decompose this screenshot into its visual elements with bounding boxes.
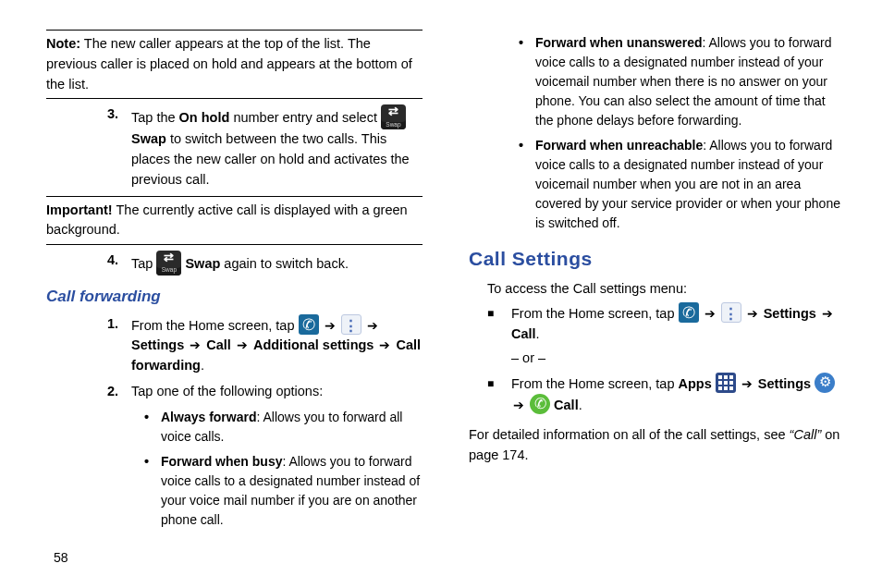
option-forward-unreachable: • Forward when unreachable: Allows you t… xyxy=(506,136,845,233)
bullet-icon: • xyxy=(519,136,535,233)
reference-paragraph: For detailed information on all of the c… xyxy=(469,425,845,466)
swap-icon xyxy=(156,251,181,276)
step-number: 1. xyxy=(91,314,131,376)
svg-rect-3 xyxy=(718,381,722,385)
arrow-icon: ➔ xyxy=(379,337,390,352)
arrow-icon: ➔ xyxy=(325,318,336,333)
arrow-icon: ➔ xyxy=(190,337,201,352)
step-number: 3. xyxy=(91,104,131,190)
svg-rect-8 xyxy=(729,386,733,390)
step-body: Tap one of the following options: • Alwa… xyxy=(131,382,423,535)
rule xyxy=(46,196,423,197)
note-block: Note: The new caller appears at the top … xyxy=(46,32,423,96)
phone-icon xyxy=(299,314,319,335)
square-bullet-icon: ■ xyxy=(487,302,511,345)
call-green-icon xyxy=(530,394,550,414)
arrow-icon: ➔ xyxy=(237,337,248,352)
option-forward-unanswered: • Forward when unanswered: Allows you to… xyxy=(506,33,845,130)
bullet-icon: • xyxy=(519,33,535,130)
note-label: Note: xyxy=(46,36,80,51)
phone-icon xyxy=(679,302,699,323)
arrow-icon: ➔ xyxy=(513,398,524,412)
rule xyxy=(46,30,423,31)
important-block: Important! The currently active call is … xyxy=(46,199,423,243)
svg-rect-6 xyxy=(718,386,722,390)
menu-dots-icon xyxy=(721,302,741,323)
left-column: Note: The new caller appears at the top … xyxy=(46,28,423,541)
bullet-icon: • xyxy=(144,452,161,530)
step-4: 4. Tap Swap again to switch back. xyxy=(46,251,423,276)
arrow-icon: ➔ xyxy=(704,306,716,321)
call-settings-heading: Call Settings xyxy=(469,244,845,274)
svg-rect-1 xyxy=(724,375,728,379)
page-number: 58 xyxy=(54,548,68,568)
step-number: 4. xyxy=(91,251,131,276)
step-body: From the Home screen, tap ➔ ➔ Settings ➔… xyxy=(131,314,423,376)
settings-gear-icon xyxy=(815,373,835,393)
step-3: 3. Tap the On hold number entry and sele… xyxy=(46,104,423,190)
arrow-icon: ➔ xyxy=(747,306,758,321)
step-number: 2. xyxy=(91,382,131,535)
rule xyxy=(46,244,423,245)
call-forwarding-heading: Call forwarding xyxy=(46,285,423,309)
cs-path-2: ■ From the Home screen, tap Apps ➔ Setti… xyxy=(487,373,845,417)
step-body: Tap the On hold number entry and select … xyxy=(131,104,423,190)
apps-icon xyxy=(716,373,736,393)
note-text: The new caller appears at the top of the… xyxy=(46,36,412,92)
important-label: Important! xyxy=(46,202,113,217)
arrow-icon: ➔ xyxy=(822,306,833,321)
svg-rect-4 xyxy=(724,381,728,385)
cs-path-1: ■ From the Home screen, tap ➔ ➔ Settings… xyxy=(487,302,845,345)
arrow-icon: ➔ xyxy=(367,318,378,333)
cs-intro: To access the Call settings menu: xyxy=(487,279,845,300)
step-body: Tap Swap again to switch back. xyxy=(131,251,423,276)
svg-rect-5 xyxy=(729,381,733,385)
option-always-forward: • Always forward: Allows you to forward … xyxy=(131,408,423,447)
square-bullet-icon: ■ xyxy=(487,373,511,417)
or-text: – or – xyxy=(511,349,845,369)
rule xyxy=(46,98,423,99)
swap-icon xyxy=(381,104,406,129)
menu-dots-icon xyxy=(341,314,361,335)
svg-rect-2 xyxy=(729,375,733,379)
bullet-icon: • xyxy=(144,408,161,447)
right-column: • Forward when unanswered: Allows you to… xyxy=(469,28,845,541)
svg-rect-7 xyxy=(724,386,728,390)
arrow-icon: ➔ xyxy=(741,376,753,391)
option-forward-busy: • Forward when busy: Allows you to forwa… xyxy=(131,452,423,530)
svg-rect-0 xyxy=(718,375,722,379)
cf-step-2: 2. Tap one of the following options: • A… xyxy=(46,382,423,535)
cf-step-1: 1. From the Home screen, tap ➔ ➔ Setting… xyxy=(46,314,423,376)
